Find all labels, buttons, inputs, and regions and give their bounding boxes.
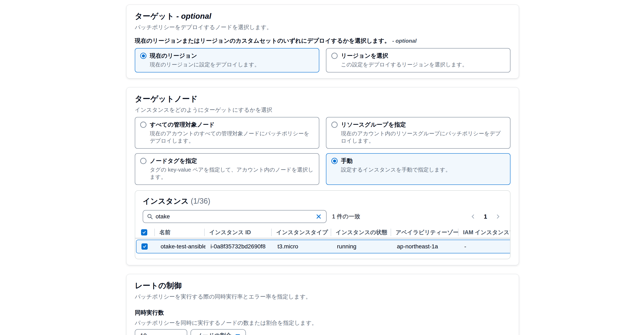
- search-icon: [147, 213, 153, 220]
- tile-current-region-label: 現在のリージョン: [150, 52, 197, 60]
- instances-selected-count: (1/36): [191, 197, 210, 205]
- tile-select-region-label: リージョンを選択: [341, 52, 388, 60]
- target-card-title: ターゲット- optional: [135, 11, 510, 22]
- tile-all-managed-nodes-label: すべての管理対象ノード: [150, 121, 215, 129]
- radio-current-region[interactable]: [140, 53, 146, 59]
- pagination: 1: [470, 213, 501, 220]
- instances-table-header: 名前 インスタンス ID インスタンスタイプ インスタンスの状態 アベイラビリテ…: [135, 227, 510, 238]
- tile-node-tags-label: ノードタグを指定: [150, 157, 197, 165]
- rate-control-card: レートの制御 パッチポリシーを実行する際の同時実行率とエラー率を指定します。 同…: [126, 274, 519, 335]
- target-card-title-text: ターゲット: [135, 12, 174, 21]
- tile-current-region-desc: 現在のリージョンに設定をデプロイします。: [150, 61, 314, 68]
- concurrency-unit-dropdown[interactable]: ノードの割合: [190, 329, 246, 335]
- concurrency-unit-label: ノードの割合: [196, 332, 232, 335]
- column-header-instance-type[interactable]: インスタンスタイプ: [271, 229, 331, 236]
- radio-manual[interactable]: [331, 158, 338, 164]
- instances-title-text: インスタンス: [143, 197, 189, 205]
- table-row[interactable]: otake-test-ansible i-0a8f35732bd2690f8 t…: [136, 240, 510, 253]
- chevron-right-icon: [495, 214, 501, 219]
- tile-resource-group-desc: 現在のアカウント内のリソースグループにパッチポリシーをデプロイします。: [341, 130, 505, 145]
- patch-policy-form: ターゲット- optional パッチポリシーをデプロイするノードを選択します。…: [0, 0, 644, 335]
- column-header-az[interactable]: アベイラビリティーゾーン: [391, 229, 458, 236]
- tile-select-region[interactable]: リージョンを選択 この設定をデプロイするリージョンを選択します。: [326, 48, 510, 73]
- instance-search-box[interactable]: [143, 210, 326, 223]
- concurrency-value-input[interactable]: [135, 329, 187, 335]
- tile-resource-group-label: リソースグループを指定: [341, 121, 406, 129]
- tile-node-tags[interactable]: ノードタグを指定 タグの key-value ペアを指定して、アカウント内のノー…: [135, 153, 319, 185]
- column-header-instance-id[interactable]: インスタンス ID: [204, 229, 271, 236]
- radio-select-region[interactable]: [331, 53, 338, 59]
- search-clear-button[interactable]: [315, 213, 322, 220]
- chevron-left-icon: [470, 214, 476, 219]
- row-select-cell: [136, 243, 156, 250]
- radio-all-managed-nodes[interactable]: [140, 122, 146, 128]
- target-nodes-title: ターゲットノード: [135, 94, 510, 104]
- concurrency-input-row: ノードの割合: [135, 329, 510, 335]
- tile-node-tags-desc: タグの key-value ペアを指定して、アカウント内のノードを選択します。: [150, 166, 314, 181]
- pagination-current-page[interactable]: 1: [484, 213, 487, 220]
- header-select-all-cell: [135, 229, 154, 235]
- target-card-title-optional: - optional: [176, 12, 211, 21]
- target-nodes-subtitle: インスタンスをどのようにターゲットにするかを選択: [135, 106, 510, 114]
- row-checkbox[interactable]: [142, 243, 148, 250]
- concurrency-label: 同時実行数: [135, 309, 510, 317]
- cell-az: ap-northeast-1a: [392, 243, 459, 250]
- column-header-iam-profile[interactable]: IAM インスタンスプロファイル: [458, 229, 510, 236]
- instances-controls: 1 件の一致 1: [135, 206, 510, 226]
- instances-panel: インスタンス(1/36) 1 件の一致: [135, 190, 510, 259]
- rate-control-title: レートの制御: [135, 280, 510, 291]
- rate-control-subtitle: パッチポリシーを実行する際の同時実行率とエラー率を指定します。: [135, 293, 510, 300]
- concurrency-description: パッチポリシーを同時に実行するノードの数または割合を指定します。: [135, 319, 510, 327]
- target-nodes-tiles: すべての管理対象ノード 現在のアカウントのすべての管理対象ノードにパッチポリシー…: [135, 117, 510, 185]
- cell-instance-id: i-0a8f35732bd2690f8: [206, 243, 272, 250]
- instances-panel-title: インスタンス(1/36): [135, 196, 510, 206]
- column-header-state[interactable]: インスタンスの状態: [331, 229, 391, 236]
- tile-select-region-desc: この設定をデプロイするリージョンを選択します。: [341, 61, 505, 68]
- select-all-checkbox[interactable]: [141, 229, 147, 235]
- tile-manual-desc: 設定するインスタンスを手動で指定します。: [341, 166, 505, 173]
- region-choice-label-optional: - optional: [392, 38, 417, 44]
- tile-current-region[interactable]: 現在のリージョン 現在のリージョンに設定をデプロイします。: [135, 48, 319, 73]
- region-choice-label: 現在のリージョンまたはリージョンのカスタムセットのいずれにデプロイするかを選択し…: [135, 37, 510, 45]
- region-choice-label-text: 現在のリージョンまたはリージョンのカスタムセットのいずれにデプロイするかを選択し…: [135, 38, 390, 44]
- cell-name: otake-test-ansible: [156, 243, 206, 250]
- tile-resource-group[interactable]: リソースグループを指定 現在のアカウント内のリソースグループにパッチポリシーをデ…: [326, 117, 510, 149]
- instances-table: 名前 インスタンス ID インスタンスタイプ インスタンスの状態 アベイラビリテ…: [135, 227, 510, 253]
- x-icon: [316, 214, 322, 219]
- pagination-prev-button[interactable]: [470, 213, 476, 220]
- radio-node-tags[interactable]: [140, 158, 146, 164]
- cell-iam-profile: -: [459, 243, 510, 250]
- cell-instance-type: t3.micro: [272, 243, 332, 250]
- target-card-subtitle: パッチポリシーをデプロイするノードを選択します。: [135, 24, 510, 31]
- tile-manual-label: 手動: [341, 157, 352, 165]
- check-icon: [142, 230, 146, 234]
- match-count-text: 1 件の一致: [332, 213, 360, 220]
- target-nodes-card: ターゲットノード インスタンスをどのようにターゲットにするかを選択 すべての管理…: [126, 87, 519, 265]
- instance-search-input[interactable]: [156, 213, 315, 220]
- cell-state: running: [332, 243, 392, 250]
- region-choice-tiles: 現在のリージョン 現在のリージョンに設定をデプロイします。 リージョンを選択 こ…: [135, 48, 510, 73]
- tile-all-managed-nodes-desc: 現在のアカウントのすべての管理対象ノードにパッチポリシーをデプロイします。: [150, 130, 314, 145]
- tile-manual[interactable]: 手動 設定するインスタンスを手動で指定します。: [326, 153, 510, 185]
- tile-all-managed-nodes[interactable]: すべての管理対象ノード 現在のアカウントのすべての管理対象ノードにパッチポリシー…: [135, 117, 319, 149]
- column-header-name[interactable]: 名前: [154, 229, 204, 236]
- target-card: ターゲット- optional パッチポリシーをデプロイするノードを選択します。…: [126, 5, 519, 79]
- pagination-next-button[interactable]: [495, 213, 501, 220]
- radio-resource-group[interactable]: [331, 122, 338, 128]
- check-icon: [142, 244, 147, 249]
